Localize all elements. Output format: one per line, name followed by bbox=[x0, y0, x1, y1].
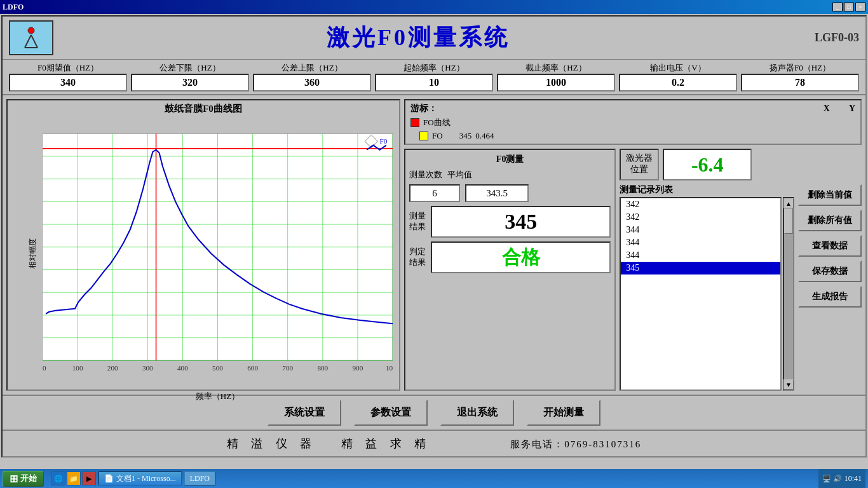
right-buttons: 删除当前值删除所有值查看数据保存数据生成报告 bbox=[798, 184, 862, 391]
delete-current-btn[interactable]: 删除当前值 bbox=[798, 184, 862, 206]
scroll-down-arrow[interactable]: ▼ bbox=[783, 379, 794, 390]
record-scrollbar[interactable]: ▲ ▼ bbox=[783, 197, 794, 391]
taskbar-task-word[interactable]: 📄 文档1 - Microsso... bbox=[98, 471, 182, 485]
param-speaker-f0-label: 扬声器F0（HZ） bbox=[770, 62, 831, 74]
chart-y-label: 相对幅度 bbox=[27, 238, 38, 269]
window-controls: _ □ × bbox=[832, 3, 865, 11]
delete-all-btn[interactable]: 删除所有值 bbox=[798, 210, 862, 231]
footer-service: 服务电话：0769-83107316 bbox=[510, 439, 641, 449]
param-speaker-f0-value: 78 bbox=[741, 74, 859, 92]
record-item[interactable]: 342 bbox=[621, 211, 780, 224]
logo bbox=[9, 20, 53, 55]
taskbar-task-ldfo-label: LDFO bbox=[190, 474, 210, 484]
record-item[interactable]: 344 bbox=[621, 224, 780, 236]
fo-measure-panel: F0测量 测量次数 平均值 6 343.5 测量 结果 3 bbox=[404, 149, 616, 391]
chart-area: 鼓纸音膜F0曲线图 相对幅度 bbox=[6, 99, 400, 391]
param-f0-target-value: 340 bbox=[9, 74, 127, 92]
svg-text:600: 600 bbox=[247, 364, 258, 372]
param-start-freq-value: 10 bbox=[375, 74, 493, 92]
legend-color-box bbox=[410, 118, 419, 127]
fo-result-value: 345 bbox=[431, 206, 611, 238]
record-item[interactable]: 345 bbox=[621, 262, 780, 274]
fo-judge-label: 判定 结果 bbox=[409, 247, 426, 268]
laser-value: -6.4 bbox=[663, 149, 752, 180]
record-item[interactable]: 344 bbox=[621, 249, 780, 262]
header: 激光F0测量系统 LGF0-03 bbox=[3, 17, 865, 60]
fo-count-label: 测量次数 bbox=[409, 169, 442, 180]
cursor-title: 游标： bbox=[410, 103, 437, 114]
scroll-track bbox=[784, 208, 793, 379]
param-row: F0期望值（HZ） 340 公差下限（HZ） 320 公差上限（HZ） 360 … bbox=[3, 60, 865, 95]
taskbar: ⊞ 开始 🌐 📁 ▶ 📄 文档1 - Microsso... LDFO 🖥️ 🔊… bbox=[0, 469, 868, 488]
record-item[interactable]: 344 bbox=[621, 236, 780, 249]
record-list[interactable]: 342342344344344345 bbox=[620, 197, 782, 391]
taskbar-clock: 🖥️ 🔊 10:41 bbox=[818, 469, 865, 488]
maximize-btn[interactable]: □ bbox=[844, 3, 854, 11]
svg-text:900: 900 bbox=[352, 364, 363, 372]
param-tol-high-value: 360 bbox=[253, 74, 371, 92]
fo-count-row: 测量次数 平均值 bbox=[409, 169, 611, 180]
fo-values-row: 6 343.5 bbox=[409, 184, 611, 202]
param-start-freq: 起始频率（HZ） 10 bbox=[375, 62, 493, 92]
taskbar-ie-icon[interactable]: 🌐 bbox=[51, 471, 65, 485]
param-start-freq-label: 起始频率（HZ） bbox=[403, 62, 464, 74]
param-voltage: 输出电压（V） 0.2 bbox=[619, 62, 737, 92]
fo-avg-label: 平均值 bbox=[447, 169, 472, 180]
fo-judge-value: 合格 bbox=[431, 241, 611, 273]
save-data-btn[interactable]: 保存数据 bbox=[798, 261, 862, 282]
svg-text:1000: 1000 bbox=[386, 364, 393, 372]
scroll-up-arrow[interactable]: ▲ bbox=[783, 198, 794, 208]
exit-btn[interactable]: 退出系统 bbox=[440, 400, 514, 426]
fo-result-label: 测量 结果 bbox=[409, 211, 426, 233]
fo-measure-title: F0测量 bbox=[409, 154, 611, 165]
param-speaker-f0: 扬声器F0（HZ） 78 bbox=[741, 62, 859, 92]
start-measure-btn[interactable]: 开始测量 bbox=[527, 400, 600, 426]
cursor-fo-x: 345 bbox=[459, 131, 472, 141]
fo-count-value: 6 bbox=[409, 184, 460, 202]
model-label: LGF0-03 bbox=[783, 31, 859, 44]
taskbar-media-icon[interactable]: ▶ bbox=[82, 471, 96, 485]
app-main-title: 激光F0测量系统 bbox=[53, 22, 783, 53]
param-setting-btn[interactable]: 参数设置 bbox=[354, 400, 428, 426]
view-data-btn[interactable]: 查看数据 bbox=[798, 235, 862, 257]
taskbar-task-ldfo[interactable]: LDFO bbox=[184, 471, 215, 485]
svg-text:F0: F0 bbox=[380, 137, 388, 145]
cursor-curve-name: FO曲线 bbox=[423, 117, 451, 128]
right-panel: 游标： X Y FO曲线 FO 345 0.464 bbox=[404, 99, 862, 391]
footer-slogan: 精 溢 仪 器 精 益 求 精 bbox=[227, 437, 431, 450]
param-voltage-label: 输出电压（V） bbox=[650, 62, 705, 74]
svg-point-0 bbox=[28, 27, 34, 34]
svg-text:700: 700 bbox=[282, 364, 293, 372]
param-tol-high: 公差上限（HZ） 360 bbox=[253, 62, 371, 92]
record-panel: 测量记录列表 342342344344344345 ▲ ▼ bbox=[620, 184, 794, 391]
chart-svg: 0.5 0.45 0.4 0.35 0.3 0.25 0.2 0.15 0.1 … bbox=[43, 118, 393, 390]
fo-judge-row: 判定 结果 合格 bbox=[409, 241, 611, 273]
record-list-container: 342342344344344345 ▲ ▼ bbox=[620, 197, 794, 391]
param-stop-freq-label: 截止频率（HZ） bbox=[526, 62, 586, 74]
param-f0-target: F0期望值（HZ） 340 bbox=[9, 62, 127, 92]
param-f0-target-label: F0期望值（HZ） bbox=[37, 62, 98, 74]
param-tol-low: 公差下限（HZ） 320 bbox=[131, 62, 249, 92]
close-btn[interactable]: × bbox=[855, 3, 865, 11]
param-stop-freq-value: 1000 bbox=[497, 74, 615, 92]
taskbar-folder-icon[interactable]: 📁 bbox=[67, 471, 81, 485]
record-item[interactable]: 342 bbox=[621, 198, 780, 211]
scroll-thumb[interactable] bbox=[784, 208, 793, 234]
app-title-bar: LDFO bbox=[3, 3, 24, 12]
chart-title: 鼓纸音膜F0曲线图 bbox=[8, 100, 399, 118]
fo-result-row: 测量 结果 345 bbox=[409, 206, 611, 238]
gen-report-btn[interactable]: 生成报告 bbox=[798, 286, 862, 308]
start-button[interactable]: ⊞ 开始 bbox=[3, 471, 44, 487]
minimize-btn[interactable]: _ bbox=[832, 3, 843, 11]
app-window: 激光F0测量系统 LGF0-03 F0期望值（HZ） 340 公差下限（HZ） … bbox=[1, 15, 867, 458]
title-bar: LDFO _ □ × bbox=[0, 0, 868, 14]
taskbar-icons-group: 🌐 📁 ▶ bbox=[51, 471, 96, 485]
svg-text:100: 100 bbox=[72, 364, 83, 372]
svg-line-2 bbox=[31, 35, 37, 48]
fo-avg-value: 343.5 bbox=[465, 184, 529, 202]
cursor-panel: 游标： X Y FO曲线 FO 345 0.464 bbox=[404, 99, 862, 145]
svg-text:400: 400 bbox=[177, 364, 188, 372]
system-setting-btn[interactable]: 系统设置 bbox=[268, 400, 341, 426]
clock-time: 10:41 bbox=[844, 474, 862, 484]
laser-label: 激光器 位置 bbox=[620, 149, 659, 180]
